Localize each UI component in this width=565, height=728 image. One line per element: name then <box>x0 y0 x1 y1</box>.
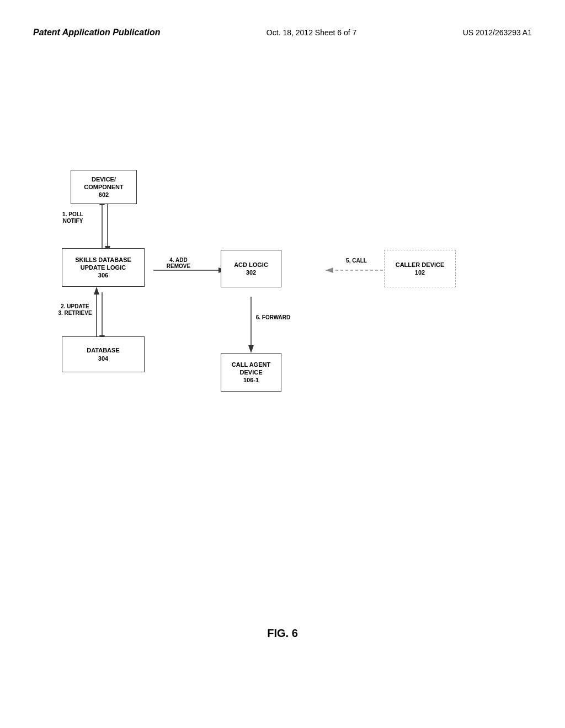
device-component-box: DEVICE/ COMPONENT 602 <box>71 170 137 204</box>
caller-device-box: CALLER DEVICE 102 <box>384 250 456 287</box>
header: Patent Application Publication Oct. 18, … <box>0 28 565 38</box>
date-sheet-label: Oct. 18, 2012 Sheet 6 of 7 <box>266 28 356 37</box>
publication-label: Patent Application Publication <box>33 28 161 38</box>
svg-marker-11 <box>326 267 333 273</box>
poll-notify-label: 1. POLL NOTIFY <box>56 211 89 224</box>
page: Patent Application Publication Oct. 18, … <box>0 0 565 728</box>
diagram: DEVICE/ COMPONENT 602 1. POLL NOTIFY SKI… <box>33 160 530 480</box>
svg-marker-13 <box>248 345 254 353</box>
call-label: 5, CALL <box>340 258 373 264</box>
skills-database-box: SKILLS DATABASE UPDATE LOGIC 306 <box>62 248 145 287</box>
figure-caption: FIG. 6 <box>0 627 565 640</box>
database-box: DATABASE 304 <box>62 336 145 372</box>
acd-logic-box: ACD LOGIC 302 <box>221 250 281 287</box>
update-retrieve-label: 2. UPDATE 3. RETRIEVE <box>56 303 94 317</box>
svg-marker-7 <box>94 287 99 295</box>
add-remove-label: 4. ADD REMOVE <box>158 257 199 269</box>
call-agent-box: CALL AGENT DEVICE 106-1 <box>221 353 281 392</box>
patent-number-label: US 2012/263293 A1 <box>463 28 532 37</box>
forward-label: 6. FORWARD <box>254 314 292 320</box>
